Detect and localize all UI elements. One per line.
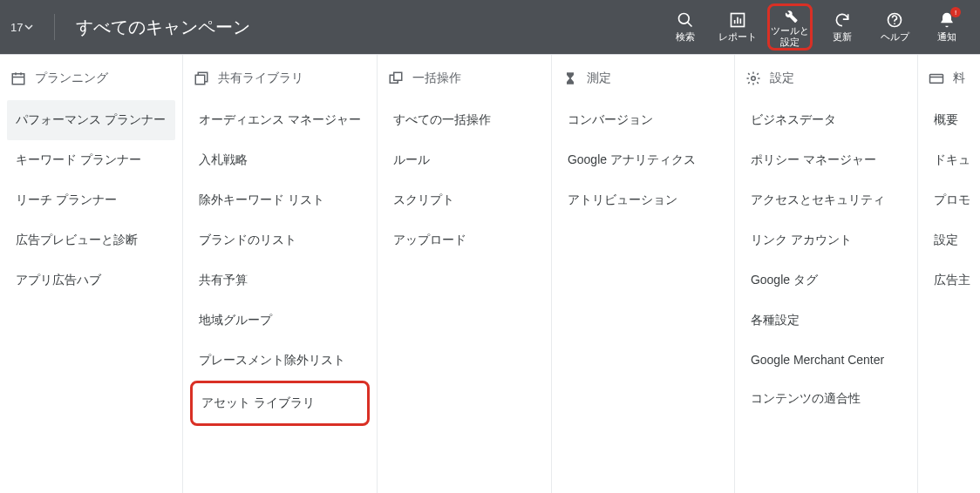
billing-settings-item[interactable]: 設定 — [925, 220, 979, 260]
calendar-icon — [10, 71, 26, 86]
svg-rect-12 — [195, 75, 205, 84]
business-data-item[interactable]: ビジネスデータ — [742, 100, 910, 140]
notification-badge: ! — [950, 7, 961, 17]
shared-budget-item[interactable]: 共有予算 — [190, 260, 370, 301]
svg-line-1 — [688, 23, 692, 27]
preferences-item[interactable]: 各種設定 — [742, 301, 910, 341]
negative-keyword-item[interactable]: 除外キーワード リスト — [190, 180, 370, 220]
reports-button[interactable]: レポート — [715, 3, 760, 51]
attribution-item[interactable]: アトリビューション — [559, 180, 727, 220]
svg-rect-8 — [12, 74, 24, 84]
rules-item[interactable]: ルール — [385, 140, 544, 180]
credit-card-icon — [929, 71, 944, 86]
svg-rect-16 — [929, 75, 943, 84]
upload-item[interactable]: アップロード — [385, 220, 544, 260]
bulk-icon — [388, 71, 404, 86]
help-button[interactable]: ヘルプ — [872, 3, 917, 51]
header-divider — [54, 14, 55, 40]
placement-exclusion-item[interactable]: プレースメント除外リスト — [190, 341, 370, 381]
billing-column: 料 概要 ドキュ プロモ 設定 広告主 — [918, 55, 980, 493]
bid-strategy-item[interactable]: 入札戦略 — [190, 140, 370, 180]
svg-rect-3 — [734, 20, 736, 24]
google-tag-item[interactable]: Google タグ — [742, 260, 910, 301]
access-security-item[interactable]: アクセスとセキュリティ — [742, 180, 910, 220]
billing-header: 料 — [925, 71, 979, 86]
merchant-center-item[interactable]: Google Merchant Center — [742, 341, 910, 379]
measurement-header: 測定 — [559, 71, 727, 86]
reports-icon — [728, 10, 747, 30]
planning-column: プランニング パフォーマンス プランナー キーワード プランナー リーチ プラン… — [0, 55, 183, 493]
setup-column: 設定 ビジネスデータ ポリシー マネージャー アクセスとセキュリティ リンク ア… — [735, 55, 918, 493]
help-label: ヘルプ — [881, 31, 909, 43]
brand-list-item[interactable]: ブランドのリスト — [190, 220, 370, 260]
policy-manager-item[interactable]: ポリシー マネージャー — [742, 140, 910, 180]
search-icon — [676, 10, 695, 30]
tools-label: ツールと設定 — [770, 25, 810, 48]
setup-header-label: 設定 — [770, 71, 794, 86]
measurement-header-label: 測定 — [587, 71, 611, 86]
svg-rect-14 — [394, 72, 402, 80]
reports-label: レポート — [718, 31, 757, 43]
bulk-actions-header-label: 一括操作 — [412, 71, 461, 86]
account-dropdown-label: 17 — [10, 21, 23, 34]
content-suitability-item[interactable]: コンテンツの適合性 — [742, 379, 910, 419]
all-bulk-actions-item[interactable]: すべての一括操作 — [385, 100, 544, 140]
refresh-label: 更新 — [833, 31, 852, 43]
refresh-icon — [833, 10, 852, 30]
account-dropdown[interactable]: 17 — [10, 21, 33, 34]
asset-library-item[interactable]: アセット ライブラリ — [190, 381, 370, 426]
billing-advertiser-item[interactable]: 広告主 — [925, 260, 979, 301]
ad-preview-item[interactable]: 広告プレビューと診断 — [7, 220, 175, 260]
library-icon — [194, 71, 209, 86]
location-groups-item[interactable]: 地域グループ — [190, 301, 370, 341]
shared-library-column: 共有ライブラリ オーディエンス マネージャー 入札戦略 除外キーワード リスト … — [183, 55, 378, 493]
search-label: 検索 — [676, 31, 695, 43]
planning-header: プランニング — [7, 71, 175, 86]
help-icon — [885, 10, 904, 30]
billing-docs-item[interactable]: ドキュ — [925, 140, 979, 180]
reach-planner-item[interactable]: リーチ プランナー — [7, 180, 175, 220]
tools-settings-button[interactable]: ツールと設定 — [767, 3, 813, 51]
app-ads-hub-item[interactable]: アプリ広告ハブ — [7, 260, 175, 301]
bulk-actions-column: 一括操作 すべての一括操作 ルール スクリプト アップロード — [378, 55, 552, 493]
performance-planner-item[interactable]: パフォーマンス プランナー — [7, 100, 175, 140]
keyword-planner-item[interactable]: キーワード プランナー — [7, 140, 175, 180]
billing-summary-item[interactable]: 概要 — [925, 100, 979, 140]
notifications-button[interactable]: ! 通知 — [924, 3, 970, 51]
svg-point-7 — [894, 24, 895, 25]
shared-library-header-label: 共有ライブラリ — [218, 71, 303, 86]
hourglass-icon — [562, 71, 578, 86]
planning-header-label: プランニング — [35, 71, 108, 86]
svg-rect-5 — [740, 19, 742, 24]
notifications-label: 通知 — [937, 31, 956, 43]
scripts-item[interactable]: スクリプト — [385, 180, 544, 220]
measurement-column: 測定 コンバージョン Google アナリティクス アトリビューション — [552, 55, 735, 493]
refresh-button[interactable]: 更新 — [820, 3, 865, 51]
chevron-down-icon — [24, 23, 33, 31]
tools-mega-menu: プランニング パフォーマンス プランナー キーワード プランナー リーチ プラン… — [0, 54, 980, 493]
audience-manager-item[interactable]: オーディエンス マネージャー — [190, 100, 370, 140]
billing-header-label: 料 — [953, 71, 965, 86]
gear-icon — [745, 71, 761, 86]
page-title: すべてのキャンペーン — [76, 16, 250, 39]
svg-point-15 — [752, 77, 756, 81]
wrench-icon — [780, 6, 800, 24]
google-analytics-item[interactable]: Google アナリティクス — [559, 140, 727, 180]
conversions-item[interactable]: コンバージョン — [559, 100, 727, 140]
setup-header: 設定 — [742, 71, 910, 86]
shared-library-header: 共有ライブラリ — [190, 71, 370, 86]
billing-promo-item[interactable]: プロモ — [925, 180, 979, 220]
search-button[interactable]: 検索 — [663, 3, 708, 51]
bulk-actions-header: 一括操作 — [385, 71, 544, 86]
linked-accounts-item[interactable]: リンク アカウント — [742, 220, 910, 260]
svg-point-0 — [679, 14, 690, 24]
svg-rect-4 — [737, 17, 738, 24]
